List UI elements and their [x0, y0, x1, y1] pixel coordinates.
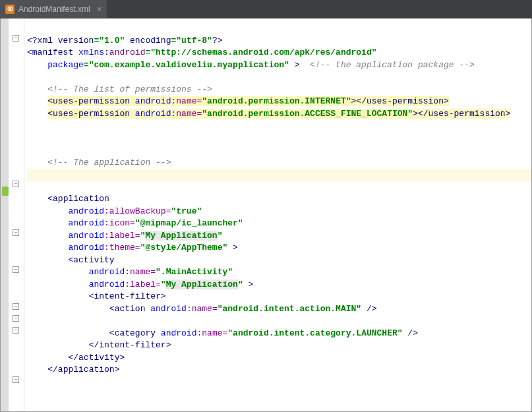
editor: – – – – – – – – <?xml version="1.0" enco…: [0, 18, 532, 412]
fold-toggle[interactable]: –: [13, 303, 19, 310]
fold-toggle[interactable]: –: [13, 376, 19, 383]
cursor-line: [27, 169, 531, 181]
fold-toggle[interactable]: –: [13, 266, 19, 273]
code-content: <?xml version="1.0" encoding="utf-8"?><m…: [27, 35, 531, 412]
code-area[interactable]: <?xml version="1.0" encoding="utf-8"?><m…: [24, 18, 531, 411]
android-icon: [2, 187, 9, 196]
fold-toggle[interactable]: –: [13, 181, 19, 187]
tab-bar: ⦿ AndroidManifest.xml ×: [0, 0, 532, 18]
xml-file-icon: ⦿: [5, 5, 15, 14]
file-tab[interactable]: ⦿ AndroidManifest.xml ×: [0, 0, 108, 18]
fold-toggle[interactable]: –: [13, 35, 19, 42]
fold-toggle[interactable]: –: [13, 327, 19, 334]
fold-toggle[interactable]: –: [13, 315, 19, 322]
close-icon[interactable]: ×: [97, 4, 102, 15]
fold-toggle[interactable]: –: [13, 229, 19, 236]
tab-filename: AndroidManifest.xml: [18, 5, 90, 14]
gutter: – – – – – – – –: [9, 18, 24, 411]
left-rail: [1, 18, 9, 411]
